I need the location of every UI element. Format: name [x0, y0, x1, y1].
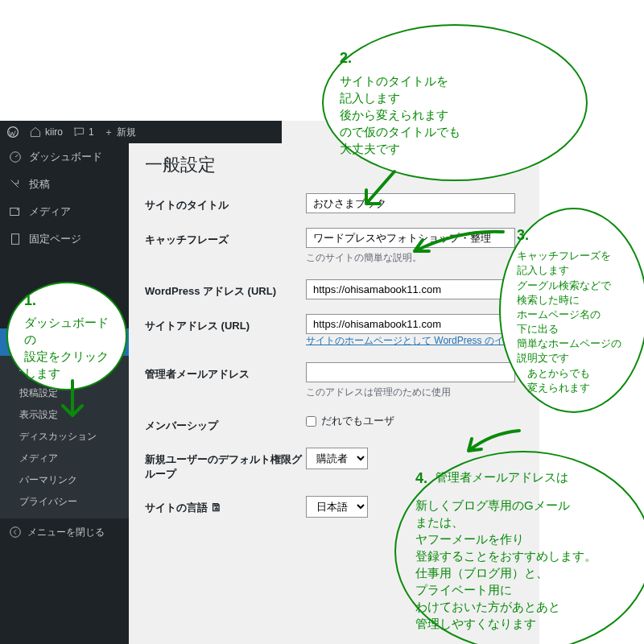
comments-menu[interactable]: 1: [72, 126, 94, 138]
site-menu[interactable]: kiiro: [29, 126, 63, 138]
input-site-url[interactable]: [306, 314, 515, 334]
desc-admin-email: このアドレスは管理のために使用: [306, 386, 523, 399]
label-language: サイトの言語 🖺: [145, 496, 306, 515]
row-wp-url: WordPress アドレス (URL): [145, 279, 523, 299]
wp-logo-icon[interactable]: [6, 126, 19, 138]
select-language[interactable]: 日本語: [306, 496, 368, 518]
submenu-media[interactable]: メディア: [0, 448, 129, 469]
label-membership: メンバーシップ: [145, 414, 306, 433]
arrow-2: [354, 167, 402, 215]
input-admin-email[interactable]: [306, 362, 515, 382]
admin-toolbar: kiiro 1 ＋ 新規: [0, 121, 282, 143]
checkbox-membership-label: だれでもユーザ: [321, 414, 394, 428]
arrow-1: [56, 377, 89, 424]
collapse-menu[interactable]: メニューを閉じる: [0, 518, 129, 546]
sidebar-item-media[interactable]: メディア: [0, 198, 129, 225]
sidebar-item-posts[interactable]: 投稿: [0, 171, 129, 198]
sidebar-item-dashboard[interactable]: ダッシュボード: [0, 143, 129, 171]
label-wp-url: WordPress アドレス (URL): [145, 279, 306, 299]
submenu-privacy[interactable]: プライバシー: [0, 491, 129, 513]
label-site-url: サイトアドレス (URL): [145, 314, 306, 333]
input-site-title[interactable]: [306, 193, 515, 213]
annotation-3: 3. キャッチフレーズを 記入します グーグル検索などで 検索した時に ホームペ…: [499, 208, 644, 413]
sidebar-item-pages[interactable]: 固定ページ: [0, 225, 129, 253]
row-site-url: サイトアドレス (URL) サイトのホームページとして WordPress のイ…: [145, 314, 523, 348]
label-default-role: 新規ユーザーのデフォルト権限グループ: [145, 448, 306, 481]
link-site-url-help[interactable]: サイトのホームページとして WordPress のイン: [306, 334, 523, 348]
svg-point-9: [10, 527, 21, 538]
annotation-2: 2. サイトのタイトルを 記入します 後から変えられます ので仮のタイトルでも …: [322, 24, 588, 181]
arrow-4: [459, 427, 523, 462]
label-site-title: サイトのタイトル: [145, 193, 306, 213]
checkbox-membership[interactable]: [306, 416, 316, 427]
svg-point-3: [17, 208, 19, 210]
row-site-title: サイトのタイトル: [145, 193, 523, 213]
svg-rect-4: [12, 234, 19, 245]
translate-icon: 🖺: [211, 502, 221, 514]
label-admin-email: 管理者メールアドレス: [145, 362, 306, 382]
input-wp-url[interactable]: [306, 279, 515, 299]
arrow-3: [402, 225, 507, 261]
row-admin-email: 管理者メールアドレス このアドレスは管理のために使用: [145, 362, 523, 399]
submenu-discussion[interactable]: ディスカッション: [0, 426, 129, 448]
annotation-1: 1. ダッシュボードの 設定をクリック します: [6, 282, 127, 390]
label-tagline: キャッチフレーズ: [145, 228, 306, 247]
new-menu[interactable]: ＋ 新規: [104, 126, 136, 139]
annotation-4: 4.管理者メールアドレスは 新しくブログ専用のGメール または、 ヤフーメールを…: [394, 451, 644, 644]
select-default-role[interactable]: 購読者: [306, 448, 368, 469]
submenu-permalink[interactable]: パーマリンク: [0, 469, 129, 491]
